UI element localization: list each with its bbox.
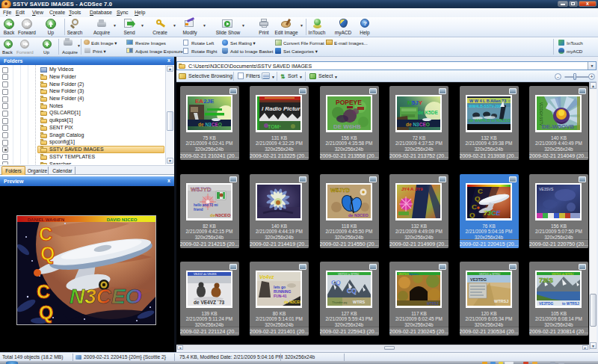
svg-text:EA2JE: EA2JE [195, 98, 215, 105]
svg-text:Ve4vz: Ve4vz [259, 274, 274, 280]
svg-text:N3CEO: N3CEO [70, 285, 142, 308]
svg-text:Q: Q [475, 194, 480, 203]
svg-text:VE3TDG: VE3TDG [470, 277, 487, 282]
svg-text:C: C [37, 281, 50, 302]
svg-text:73!S: 73!S [539, 277, 553, 284]
svg-text:WTRS: WTRS [353, 300, 366, 304]
svg-text:DAVID N3CEO: DAVID N3CEO [107, 218, 138, 222]
svg-text:deN3CEO: deN3CEO [210, 213, 231, 218]
svg-text:CQ: CQ [347, 287, 357, 294]
svg-text:W5JYD: W5JYD [330, 187, 350, 194]
svg-text:VE3TDG Sylvain+: VE3TDG Sylvain+ [398, 273, 419, 276]
svg-text:de N3CEO: de N3CEO [406, 122, 430, 127]
svg-text:hello and 73 mi: hello and 73 mi [194, 203, 218, 207]
svg-text:VE3TDG de WTRSJ: VE3TDG de WTRSJ [552, 273, 573, 276]
svg-text:WW4LB-SSTV-2009: WW4LB-SSTV-2009 [469, 104, 503, 108]
svg-text:WTRSJ: WTRSJ [427, 302, 439, 306]
svg-text:JY4 A JY9: JY4 A JY9 [401, 187, 423, 191]
svg-text:to WTRSJ: to WTRSJ [562, 302, 579, 306]
svg-text:N5JY: N5JY [407, 99, 423, 106]
svg-text:VE4VZ de VE4SS: VE4VZ de VE4SS [194, 273, 217, 276]
svg-text:VE3TDG to WTRSJ: VE3TDG to WTRSJ [338, 273, 360, 276]
svg-text:FUN-41: FUN-41 [274, 294, 287, 298]
svg-text:73CE: 73CE [484, 209, 502, 217]
svg-text:W5JYD: W5JYD [191, 186, 212, 193]
svg-text:de WW4LB to N3CEO: de WW4LB to N3CEO [469, 118, 511, 123]
svg-text:Thunder.pg: Thunder.pg [332, 300, 347, 304]
svg-text:de N3CEO: de N3CEO [198, 122, 222, 127]
svg-text:DANIEL WA4HFN: DANIEL WA4HFN [28, 218, 64, 222]
svg-text:VE3TDG to WTRSJ: VE3TDG to WTRSJ [479, 273, 501, 276]
svg-text:l Radio Pictur: l Radio Pictur [262, 105, 300, 112]
svg-text:POPEYE: POPEYE [336, 99, 362, 106]
svg-text:C: C [39, 223, 52, 244]
svg-text:Q: Q [39, 302, 53, 323]
svg-text:DE W6HB: DE W6HB [333, 123, 361, 130]
svg-text:de K5DE: de K5DE [418, 110, 438, 115]
svg-text:de N3CEO: de N3CEO [284, 300, 300, 304]
svg-text:Q: Q [40, 243, 55, 264]
svg-text:TOM¹: TOM¹ [268, 124, 281, 129]
svg-text:CQ: CQ [331, 279, 341, 286]
svg-text:DE-W5OVB: DE-W5OVB [542, 123, 574, 130]
svg-text:W W 4 L B Allen 73 ☺☺: W W 4 L B Allen 73 ☺☺ [469, 99, 511, 103]
svg-text:Q: Q [469, 211, 475, 218]
svg-text:WTRSJ: WTRSJ [494, 299, 508, 303]
svg-text:friend: friend [194, 208, 203, 212]
svg-text:VE3TDG: VE3TDG [539, 302, 553, 306]
svg-text:de VE4VZ `73: de VE4VZ `73 [194, 300, 225, 305]
svg-text:VE3SVS: VE3SVS [539, 187, 554, 191]
svg-text:C: C [472, 203, 477, 211]
svg-text:de N3CEO: de N3CEO [348, 213, 369, 218]
svg-text:VE3DGY-SSTV: VE3DGY-SSTV [539, 102, 543, 126]
